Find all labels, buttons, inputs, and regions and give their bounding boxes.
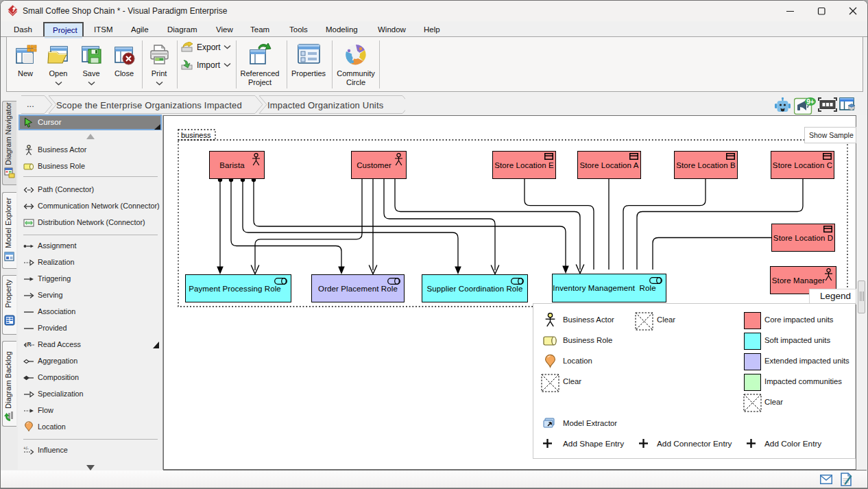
svg-text:+/-: +/- <box>23 446 29 451</box>
svg-text:9+: 9+ <box>806 98 815 106</box>
svg-text:R: R <box>27 341 32 348</box>
